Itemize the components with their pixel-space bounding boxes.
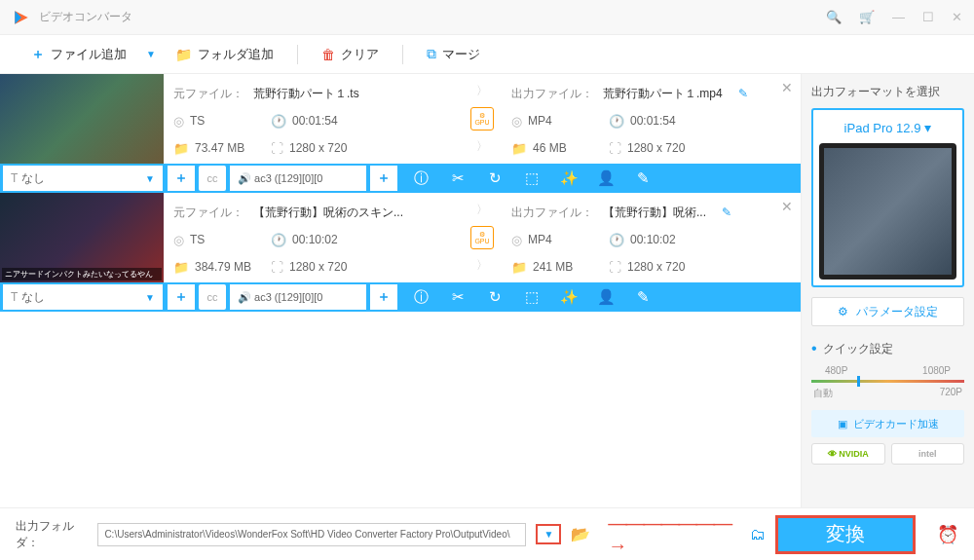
nvidia-badge: 👁 NVIDIA bbox=[811, 443, 885, 465]
remove-item-button[interactable]: ✕ bbox=[781, 80, 793, 95]
app-logo-icon bbox=[12, 8, 31, 27]
toolbar: ＋ファイル追加 ▼ 📁フォルダ追加 🗑クリア ⧉マージ bbox=[0, 35, 974, 74]
output-format-button[interactable]: iPad Pro 12.9▾ bbox=[811, 108, 964, 287]
crop-button[interactable]: ⬚ bbox=[514, 164, 549, 193]
merge-button[interactable]: ⧉マージ bbox=[415, 35, 492, 73]
folder-icon: 📁 bbox=[173, 141, 189, 156]
edit-icon[interactable]: ✎ bbox=[738, 87, 748, 100]
minimize-button[interactable]: — bbox=[892, 10, 905, 24]
rotate-button[interactable]: ↻ bbox=[477, 282, 512, 312]
remove-item-button[interactable]: ✕ bbox=[781, 199, 793, 214]
list-item: 元ファイル：荒野行動パート１.ts ◎TS 🕐00:01:54 📁73.47 M… bbox=[0, 74, 801, 193]
edit-button[interactable]: ✎ bbox=[625, 164, 660, 193]
format-preview-image bbox=[819, 143, 956, 280]
titlebar: ビデオコンバータ 🔍 🛒 — ☐ ✕ bbox=[0, 0, 974, 35]
file-list: 元ファイル：荒野行動パート１.ts ◎TS 🕐00:01:54 📁73.47 M… bbox=[0, 74, 801, 507]
gpu-badge: ⚙GPU bbox=[470, 107, 494, 131]
close-button[interactable]: ✕ bbox=[952, 10, 962, 24]
thumbnail[interactable] bbox=[0, 74, 164, 164]
format-section-title: 出力フォーマットを選択 bbox=[811, 84, 964, 100]
search-icon[interactable]: 🔍 bbox=[826, 10, 842, 24]
edit-button[interactable]: ✎ bbox=[625, 282, 660, 312]
maximize-button[interactable]: ☐ bbox=[922, 10, 934, 24]
cc-button[interactable]: cc bbox=[199, 284, 226, 310]
chevron-down-icon: ▾ bbox=[924, 120, 931, 135]
effects-button[interactable]: ✨ bbox=[551, 282, 586, 312]
cc-button[interactable]: cc bbox=[199, 166, 226, 191]
cart-icon[interactable]: 🛒 bbox=[859, 10, 875, 24]
subtitle-select[interactable]: T なし▼ bbox=[2, 165, 164, 192]
path-dropdown[interactable]: ▼ bbox=[536, 524, 561, 544]
parameter-settings-button[interactable]: ⚙パラメータ設定 bbox=[811, 297, 964, 326]
output-filename: 【荒野行動】呪術... bbox=[603, 205, 706, 221]
quick-settings-title: クイック設定 bbox=[811, 340, 964, 357]
action-bar: T なし▼ ＋ cc 🔊 ac3 ([129][0][0 ＋ ⓘ ✂ ↻ ⬚ ✨… bbox=[0, 164, 801, 193]
add-subtitle-button[interactable]: ＋ bbox=[168, 166, 195, 191]
audio-select[interactable]: 🔊 ac3 ([129][0][0 bbox=[230, 284, 366, 310]
add-audio-button[interactable]: ＋ bbox=[370, 284, 397, 310]
arrow-annotation: ———————→ bbox=[608, 512, 732, 557]
subtitle-select[interactable]: T なし▼ bbox=[2, 283, 164, 311]
rotate-button[interactable]: ↻ bbox=[477, 164, 512, 193]
thumbnail[interactable]: ニアサードインパクトみたいなってるやん bbox=[0, 193, 164, 282]
clock-icon: 🕐 bbox=[271, 114, 286, 129]
browse-folder-icon[interactable]: 🗂 bbox=[750, 526, 766, 543]
settings-icon: ⚙ bbox=[838, 305, 848, 318]
action-bar: T なし▼ ＋ cc 🔊 ac3 ([129][0][0 ＋ ⓘ ✂ ↻ ⬚ ✨… bbox=[0, 282, 801, 312]
open-folder-icon[interactable]: 📂 bbox=[571, 525, 590, 543]
alarm-icon[interactable]: ⏰ bbox=[937, 524, 958, 545]
crop-button[interactable]: ⬚ bbox=[514, 282, 549, 312]
gpu-accel-button[interactable]: ▣ビデオカード加速 bbox=[811, 410, 964, 437]
source-filename: 荒野行動パート１.ts bbox=[253, 86, 359, 102]
add-file-button[interactable]: ＋ファイル追加 bbox=[19, 35, 138, 73]
source-filename: 【荒野行動】呪術のスキン... bbox=[253, 205, 403, 221]
format-icon: ◎ bbox=[173, 114, 184, 129]
effects-button[interactable]: ✨ bbox=[551, 164, 586, 193]
app-title: ビデオコンバータ bbox=[39, 9, 826, 25]
output-folder-label: 出力フォルダ： bbox=[16, 518, 88, 551]
footer: 出力フォルダ： ▼ 📂 ———————→ 🗂 変換 ⏰ bbox=[0, 507, 974, 560]
intel-badge: intel bbox=[891, 443, 965, 465]
add-subtitle-button[interactable]: ＋ bbox=[168, 284, 195, 310]
edit-icon[interactable]: ✎ bbox=[722, 205, 731, 219]
cut-button[interactable]: ✂ bbox=[440, 282, 475, 312]
audio-select[interactable]: 🔊 ac3 ([129][0][0 bbox=[230, 166, 366, 191]
watermark-button[interactable]: 👤 bbox=[588, 164, 623, 193]
chip-icon: ▣ bbox=[838, 418, 847, 430]
watermark-button[interactable]: 👤 bbox=[588, 282, 623, 312]
clear-button[interactable]: 🗑クリア bbox=[310, 35, 391, 73]
add-folder-button[interactable]: 📁フォルダ追加 bbox=[164, 35, 285, 73]
list-item: ニアサードインパクトみたいなってるやん 元ファイル：【荒野行動】呪術のスキン..… bbox=[0, 193, 801, 312]
convert-button[interactable]: 変換 bbox=[775, 515, 916, 554]
gpu-badge: ⚙GPU bbox=[470, 226, 494, 249]
sidebar: 出力フォーマットを選択 iPad Pro 12.9▾ ⚙パラメータ設定 クイック… bbox=[801, 74, 974, 507]
quality-slider[interactable] bbox=[811, 380, 964, 383]
resolution-icon: ⛶ bbox=[271, 141, 283, 156]
cut-button[interactable]: ✂ bbox=[440, 164, 475, 193]
add-file-dropdown[interactable]: ▼ bbox=[146, 49, 156, 59]
output-path-input[interactable] bbox=[97, 523, 526, 546]
info-button[interactable]: ⓘ bbox=[403, 164, 438, 193]
output-filename: 荒野行動パート１.mp4 bbox=[603, 86, 723, 102]
info-button[interactable]: ⓘ bbox=[403, 282, 438, 312]
add-audio-button[interactable]: ＋ bbox=[370, 166, 397, 191]
